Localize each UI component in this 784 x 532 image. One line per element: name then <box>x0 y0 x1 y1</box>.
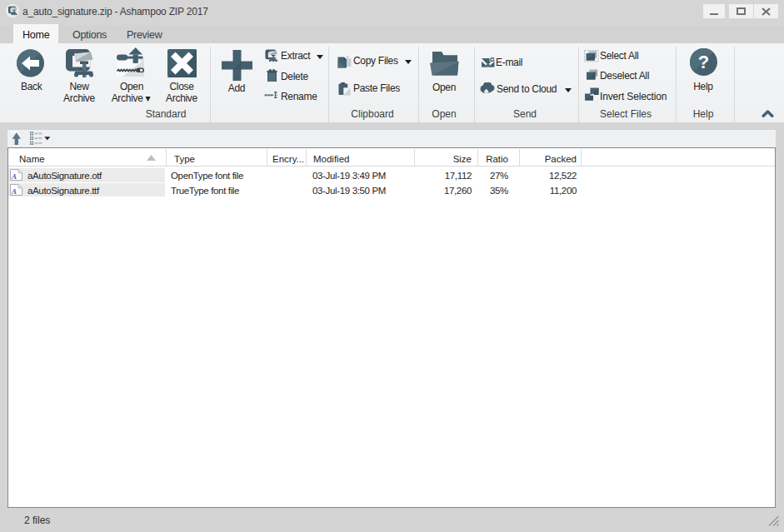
svg-text:A: A <box>11 172 17 181</box>
svg-text:A: A <box>11 187 17 196</box>
svg-text:?: ? <box>698 52 709 72</box>
